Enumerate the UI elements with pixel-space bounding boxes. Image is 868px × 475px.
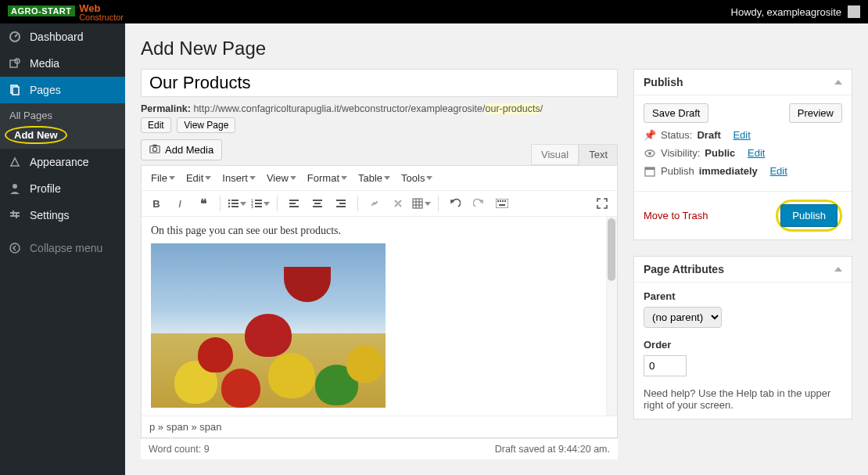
svg-point-18 [228,206,230,207]
publish-heading: Publish [644,76,683,88]
eye-icon [644,148,656,159]
svg-point-10 [10,243,20,253]
editor-scrollbar[interactable] [606,217,617,416]
menu-table[interactable]: Table [353,169,395,187]
add-media-button[interactable]: Add Media [141,139,222,160]
brand-agro: AGRO-START [8,5,75,16]
publish-button[interactable]: Publish [780,204,838,227]
align-right-button[interactable] [331,194,351,213]
attributes-heading: Page Attributes [644,263,724,275]
table-button[interactable] [411,194,432,213]
edit-visibility-link[interactable]: Edit [748,147,765,159]
publish-on-value: immediately [699,165,758,177]
svg-rect-15 [231,200,239,201]
page-title-input[interactable] [141,69,618,97]
italic-button[interactable]: I [170,194,190,213]
content-area: Add New Page Permalink: http://www.confa… [125,23,868,475]
editor-paragraph: On this page you can see our best produc… [151,225,608,237]
edit-slug-button[interactable]: Edit [141,117,171,133]
brand-constructor: Constructor [79,13,124,22]
svg-rect-33 [339,203,346,204]
blockquote-button[interactable]: ❝ [193,194,213,213]
avatar [848,5,860,18]
caret-down-icon [249,176,256,180]
collapse-toggle-icon[interactable] [834,267,842,272]
collapse-label: Collapse menu [30,242,102,254]
bold-button[interactable]: B [146,194,167,213]
editor-container: File Edit Insert View Format Table Tools… [141,165,618,438]
edit-status-link[interactable]: Edit [733,129,750,141]
svg-rect-34 [336,206,346,207]
media-icon [8,56,22,70]
svg-point-5 [13,184,17,189]
settings-icon [8,208,22,222]
permalink-base: http://www.confagricolturapuglia.it/webc… [193,103,485,114]
tab-visual[interactable]: Visual [531,144,579,165]
align-center-button[interactable] [307,194,328,213]
svg-rect-36 [496,199,508,208]
caret-down-icon [341,176,347,180]
svg-rect-7 [10,215,20,217]
sidebar-item-media[interactable]: Media [0,50,125,77]
pages-icon [8,83,22,97]
tab-text[interactable]: Text [579,144,618,165]
unlink-button[interactable] [388,194,408,213]
parent-select[interactable]: (no parent) [644,307,722,328]
number-list-button[interactable]: 123 [250,194,271,213]
menu-format[interactable]: Format [303,169,352,187]
dashboard-icon [8,30,22,44]
svg-rect-23 [255,203,262,204]
sidebar-item-profile[interactable]: Profile [0,175,125,202]
editor-status-bar: Word count: 9 Draft saved at 9:44:20 am. [141,438,618,459]
profile-icon [8,182,22,196]
bullet-list-button[interactable] [227,194,247,213]
sidebar-item-label: Dashboard [30,31,84,43]
visibility-label: Visibility: [661,147,700,159]
menu-insert[interactable]: Insert [217,169,260,187]
editor-body[interactable]: On this page you can see our best produc… [142,217,617,416]
save-draft-button[interactable]: Save Draft [644,103,708,123]
svg-rect-35 [413,199,422,208]
status-label: Status: [661,129,692,141]
element-path[interactable]: p » span » span [142,416,617,437]
page-attributes-metabox: Page Attributes Parent (no parent) Order… [633,256,852,419]
order-input[interactable] [644,355,687,376]
edit-schedule-link[interactable]: Edit [769,165,787,177]
visibility-value: Public [705,147,735,159]
editor-mode-tabs: VisualText [531,149,618,160]
camera-icon [149,143,160,157]
sidebar-item-settings[interactable]: Settings [0,202,125,229]
appearance-icon [8,155,22,169]
preview-button[interactable]: Preview [789,103,842,123]
order-label: Order [644,339,671,351]
sidebar-item-appearance[interactable]: Appearance [0,149,125,175]
admin-sidebar: Dashboard Media Pages All Pages Add New … [0,23,125,475]
sidebar-item-dashboard[interactable]: Dashboard [0,23,125,50]
sidebar-collapse[interactable]: Collapse menu [0,235,125,261]
editor-image[interactable] [151,243,386,408]
link-button[interactable] [364,194,385,213]
view-page-button[interactable]: View Page [177,117,235,133]
svg-rect-37 [497,200,499,202]
menu-view[interactable]: View [262,169,301,187]
svg-rect-26 [289,200,299,201]
submenu-all-pages[interactable]: All Pages [0,106,125,124]
move-to-trash-link[interactable]: Move to Trash [644,210,708,221]
undo-button[interactable] [445,194,465,213]
keyboard-button[interactable] [492,194,512,213]
menu-edit[interactable]: Edit [181,169,216,187]
align-left-button[interactable] [284,194,304,213]
svg-point-16 [228,203,230,204]
svg-rect-25 [255,206,262,207]
account-menu[interactable]: Howdy, exampleagrosite [731,5,860,18]
fullscreen-button[interactable] [592,194,612,213]
redo-button[interactable] [468,194,489,213]
submenu-add-new[interactable]: Add New [5,126,67,144]
svg-rect-31 [313,206,322,207]
permalink-slug[interactable]: our-products [486,103,540,114]
collapse-toggle-icon[interactable] [834,80,842,85]
svg-rect-4 [13,87,19,95]
menu-file[interactable]: File [146,169,180,187]
sidebar-item-pages[interactable]: Pages [0,77,125,103]
menu-tools[interactable]: Tools [396,169,437,187]
